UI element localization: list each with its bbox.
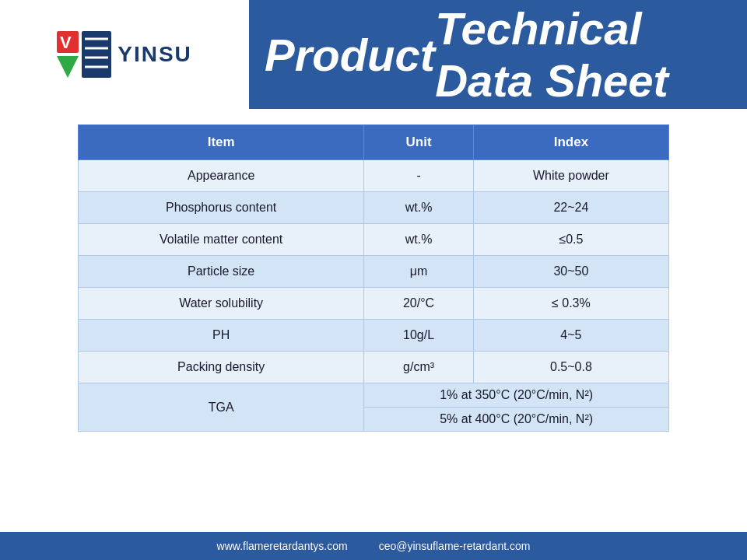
yinsu-logo-icon: V	[57, 31, 111, 78]
footer-website: www.flameretardantys.com	[217, 540, 348, 552]
row-unit: wt.%	[364, 192, 474, 224]
row-index: 30~50	[473, 256, 668, 288]
row-unit: 20/°C	[364, 288, 474, 320]
row-unit: wt.%	[364, 224, 474, 256]
table-header-row: Item Unit Index	[79, 125, 669, 160]
table-row: Water solubility 20/°C ≤ 0.3%	[79, 288, 669, 320]
row-unit: μm	[364, 256, 474, 288]
col-header-index: Index	[473, 125, 668, 160]
col-header-unit: Unit	[364, 125, 474, 160]
tga-value-2: 5% at 400°C (20°C/min, N²)	[364, 408, 668, 431]
row-item: Packing density	[79, 352, 364, 383]
row-item: Water solubility	[79, 288, 364, 320]
title-area: Product Technical Data Sheet	[249, 0, 747, 109]
logo-text: YINSU	[117, 42, 192, 67]
row-unit: -	[364, 160, 474, 192]
logo-box: V YINSU	[57, 31, 192, 78]
table-row: Particle size μm 30~50	[79, 256, 669, 288]
row-unit: 10g/L	[364, 320, 474, 352]
col-header-item: Item	[79, 125, 364, 160]
table-row: Volatile matter content wt.% ≤0.5	[79, 224, 669, 256]
tga-values-cell: 1% at 350°C (20°C/min, N²) 5% at 400°C (…	[364, 383, 669, 432]
table-row: PH 10g/L 4~5	[79, 320, 669, 352]
row-item: Volatile matter content	[79, 224, 364, 256]
footer: www.flameretardantys.com ceo@yinsuflame-…	[0, 532, 747, 560]
tga-value-1: 1% at 350°C (20°C/min, N²)	[364, 383, 668, 408]
row-index: White powder	[473, 160, 668, 192]
title-rest: Technical Data Sheet	[435, 2, 747, 107]
row-index: 0.5~0.8	[473, 352, 668, 383]
header: V YINSU Product Technical Data Sheet	[0, 0, 747, 109]
row-item: Phosphorus content	[79, 192, 364, 224]
product-data-table: Item Unit Index Appearance - White powde…	[78, 124, 669, 432]
table-row: Phosphorus content wt.% 22~24	[79, 192, 669, 224]
table-row: Packing density g/cm³ 0.5~0.8	[79, 352, 669, 383]
row-index: 22~24	[473, 192, 668, 224]
svg-text:V: V	[60, 33, 72, 52]
row-item: Particle size	[79, 256, 364, 288]
logo-area: V YINSU	[0, 0, 249, 109]
row-index: ≤ 0.3%	[473, 288, 668, 320]
title-product: Product	[265, 29, 435, 81]
row-item: Appearance	[79, 160, 364, 192]
footer-email: ceo@yinsuflame-retardant.com	[379, 540, 531, 552]
row-index: ≤0.5	[473, 224, 668, 256]
row-item: PH	[79, 320, 364, 352]
table-row-tga: TGA 1% at 350°C (20°C/min, N²) 5% at 400…	[79, 383, 669, 432]
row-index: 4~5	[473, 320, 668, 352]
svg-marker-1	[57, 56, 79, 78]
data-table-container: Item Unit Index Appearance - White powde…	[78, 124, 669, 432]
tga-item: TGA	[79, 383, 364, 432]
tga-values: 1% at 350°C (20°C/min, N²) 5% at 400°C (…	[364, 383, 668, 431]
row-unit: g/cm³	[364, 352, 474, 383]
table-row: Appearance - White powder	[79, 160, 669, 192]
